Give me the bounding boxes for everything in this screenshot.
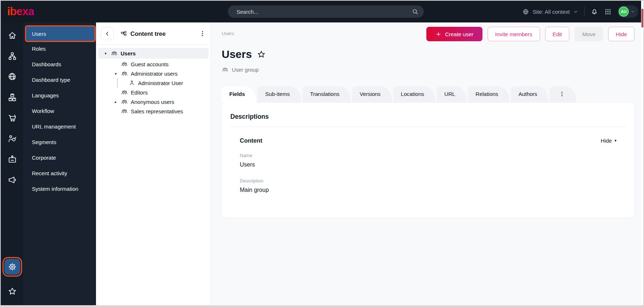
content-tree-title: Content tree	[130, 30, 166, 37]
sidebar-item-languages[interactable]: Languages	[24, 88, 96, 103]
menu-item-label: Roles	[32, 46, 46, 52]
home-icon[interactable]	[4, 28, 20, 43]
top-bar: ibexa Site: All context AU	[1, 1, 643, 22]
tree-node-users[interactable]: ▾ Users	[98, 48, 209, 59]
user-group-icon	[222, 66, 229, 73]
sidebar-item-dashboard-type[interactable]: Dashboard type	[24, 72, 96, 88]
tree-node-administrator-users[interactable]: ▾ Administrator users	[98, 69, 209, 78]
content-type-label: User group	[232, 67, 259, 73]
commerce-cart-icon[interactable]	[4, 110, 20, 126]
sidebar-item-segments[interactable]: Segments	[24, 134, 96, 150]
divider	[584, 7, 585, 16]
collapse-label: Hide	[601, 138, 612, 144]
tab-label: Locations	[401, 91, 424, 97]
tab-authors[interactable]: Authors	[511, 86, 548, 103]
settings-gear-icon[interactable]	[4, 259, 20, 275]
content-structure-icon[interactable]	[4, 48, 20, 64]
field-description: Description Main group	[240, 178, 626, 193]
admin-menu-panel: Users Roles Dashboards Dashboard type La…	[24, 22, 96, 305]
caret-icon[interactable]: ▾	[105, 51, 111, 55]
collapse-tree-button[interactable]	[101, 27, 114, 40]
field-value: Users	[240, 161, 626, 168]
search-input[interactable]	[228, 9, 411, 15]
site-icon[interactable]	[4, 69, 20, 85]
menu-item-label: Dashboard type	[32, 77, 70, 83]
tab-label: Versions	[360, 91, 381, 97]
sidebar-item-url-management[interactable]: URL management	[24, 119, 96, 134]
chevron-down-icon: ▾	[614, 138, 616, 143]
vertical-scrollbar[interactable]	[641, 1, 643, 305]
user-menu[interactable]: AU	[618, 5, 638, 18]
section-collapse-toggle[interactable]: Hide ▾	[601, 138, 616, 144]
tab-sub-items[interactable]: Sub-items	[258, 86, 301, 103]
user-group-icon	[121, 61, 128, 68]
field-label: Name	[240, 153, 626, 158]
fields-card: Descriptions Content Hide ▾ Name Users D…	[222, 103, 635, 218]
marketing-megaphone-icon[interactable]	[4, 172, 20, 188]
tree-node-label: Guest accounts	[131, 61, 168, 67]
search-icon[interactable]	[411, 8, 419, 15]
globe-icon	[522, 8, 529, 15]
user-group-icon	[111, 50, 118, 57]
tab-fields[interactable]: Fields	[222, 86, 256, 103]
tree-node-administrator-user[interactable]: Administrator User	[98, 78, 209, 88]
scrollbar-thumb[interactable]	[641, 9, 643, 28]
menu-item-label: Workflow	[32, 108, 54, 114]
menu-item-label: System information	[32, 186, 78, 192]
field-name: Name Users	[240, 153, 626, 168]
notifications-bell-icon[interactable]	[590, 8, 598, 16]
tree-node-sales-representatives[interactable]: Sales representatives	[98, 106, 209, 116]
sidebar-item-system-information[interactable]: System information	[24, 181, 96, 197]
invite-members-button[interactable]: Invite members	[488, 27, 540, 41]
create-user-label: Create user	[445, 31, 473, 37]
tab-relations[interactable]: Relations	[468, 86, 510, 103]
tree-node-guest-accounts[interactable]: Guest accounts	[98, 59, 209, 69]
corporate-badge-icon[interactable]	[4, 151, 20, 167]
bookmarks-star-icon[interactable]	[4, 283, 20, 299]
products-icon[interactable]	[4, 89, 20, 105]
sidebar-item-dashboards[interactable]: Dashboards	[24, 56, 96, 72]
tabs-overflow-kebab-icon[interactable]	[550, 86, 576, 103]
user-icon	[129, 80, 135, 86]
user-group-icon	[121, 108, 128, 115]
global-search[interactable]	[228, 5, 424, 18]
site-context-selector[interactable]: Site: All context	[522, 8, 578, 15]
caret-icon[interactable]: ▾	[115, 72, 121, 76]
caret-icon[interactable]: ▸	[115, 100, 121, 104]
chevron-down-icon	[630, 9, 635, 14]
menu-item-label: Languages	[32, 92, 59, 98]
apps-grid-icon[interactable]	[604, 8, 612, 16]
menu-item-label: Users	[32, 31, 46, 37]
chevron-down-icon	[573, 9, 578, 14]
sidebar-item-recent-activity[interactable]: Recent activity	[24, 165, 96, 181]
divider	[230, 127, 626, 127]
tree-node-label: Administrator User	[138, 80, 183, 86]
personalization-icon[interactable]	[4, 131, 20, 147]
favorite-star-icon[interactable]	[257, 50, 266, 59]
sidebar-item-workflow[interactable]: Workflow	[24, 103, 96, 119]
tab-translations[interactable]: Translations	[302, 86, 351, 103]
tab-label: Authors	[518, 91, 537, 97]
create-user-button[interactable]: Create user	[426, 27, 482, 41]
sidebar-item-corporate[interactable]: Corporate	[24, 150, 96, 165]
avatar[interactable]: AU	[619, 7, 629, 17]
tree-node-editors[interactable]: Editors	[98, 88, 209, 97]
tab-locations[interactable]: Locations	[393, 86, 435, 103]
tree-node-label: Anonymous users	[131, 99, 174, 105]
ibexa-logo[interactable]: ibexa	[7, 5, 34, 18]
edit-label: Edit	[553, 31, 562, 37]
content-tree-panel: Content tree ▾ Users Guest accounts ▾	[96, 22, 211, 305]
menu-item-label: Corporate	[32, 155, 56, 161]
move-label: Move	[582, 31, 595, 37]
hide-button[interactable]: Hide	[608, 27, 635, 41]
tree-options-kebab-icon[interactable]	[199, 30, 206, 37]
tab-url[interactable]: URL	[437, 86, 467, 103]
menu-item-label: Segments	[32, 139, 57, 145]
tree-node-anonymous-users[interactable]: ▸ Anonymous users	[98, 97, 209, 106]
sidebar-item-roles[interactable]: Roles	[24, 41, 96, 56]
edit-button[interactable]: Edit	[545, 27, 570, 41]
sidebar-item-users[interactable]: Users	[26, 26, 95, 41]
tab-label: Sub-items	[265, 91, 290, 97]
tab-versions[interactable]: Versions	[352, 86, 392, 103]
sidebar-icon-rail	[1, 22, 24, 305]
